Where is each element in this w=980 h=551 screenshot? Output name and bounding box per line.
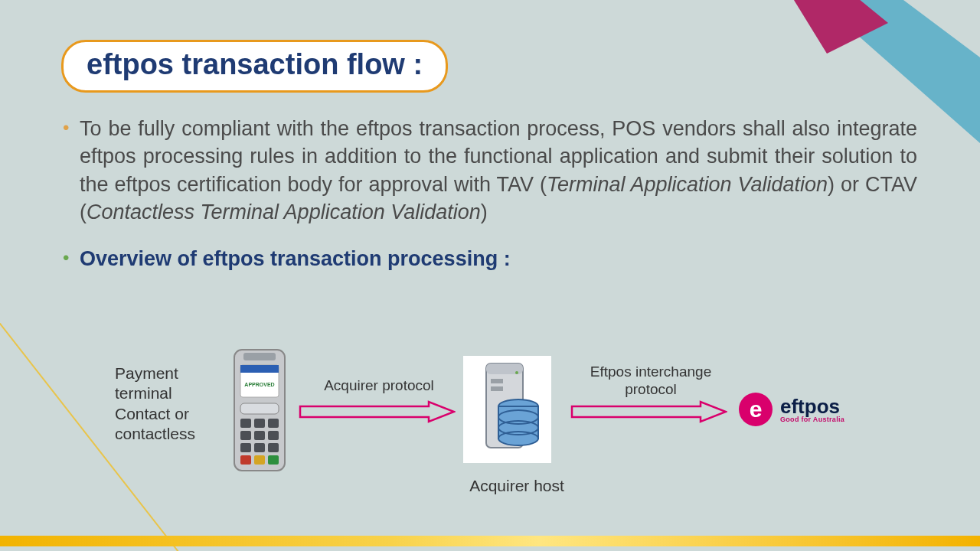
bullet-1-ital2: Contactless Terminal Application Validat… (87, 201, 481, 223)
svg-rect-16 (268, 443, 279, 452)
svg-rect-13 (268, 431, 279, 440)
subheading: Overview of eftpos transaction processin… (80, 247, 511, 270)
bullet-dot-icon: • (63, 115, 80, 227)
arrow-icon (570, 400, 727, 423)
arrow-label-2: Eftpos interchange protocol (574, 364, 727, 399)
svg-marker-20 (300, 402, 454, 422)
server-icon (463, 356, 551, 463)
svg-rect-3 (243, 353, 276, 360)
slide-title: eftpos transaction flow : (87, 48, 423, 80)
flow-diagram: Payment terminal Contact or contactless … (0, 348, 980, 517)
svg-rect-17 (240, 455, 251, 465)
bullet-1-post: ) (481, 201, 488, 223)
svg-marker-32 (572, 402, 726, 422)
arrow-label-1: Acquirer protocol (310, 377, 448, 394)
svg-rect-25 (491, 386, 503, 391)
payment-terminal-icon: APPROVED (230, 348, 289, 474)
terminal-label: Payment terminal Contact or contactless (115, 364, 230, 444)
svg-marker-1 (766, 0, 888, 54)
svg-rect-19 (268, 455, 279, 465)
content-area: • To be fully compliant with the eftpos … (63, 115, 917, 291)
svg-point-29 (498, 432, 538, 445)
eftpos-logo-tag: Good for Australia (780, 416, 844, 423)
bullet-1: • To be fully compliant with the eftpos … (63, 115, 917, 227)
eftpos-logo-icon: e (739, 393, 773, 426)
svg-rect-11 (240, 431, 251, 440)
svg-rect-5 (240, 365, 279, 373)
bullet-dot-icon: • (63, 245, 80, 272)
eftpos-logo: e eftpos Good for Australia (739, 393, 844, 426)
svg-rect-15 (254, 443, 265, 452)
eftpos-logo-word: eftpos (780, 396, 844, 416)
svg-rect-10 (268, 419, 279, 428)
bullet-1-ital1: Terminal Application Validation (547, 173, 828, 196)
svg-rect-14 (240, 443, 251, 452)
eftpos-logo-text: eftpos Good for Australia (780, 396, 844, 423)
acquirer-host-label: Acquirer host (456, 477, 578, 495)
svg-rect-9 (254, 419, 265, 428)
svg-point-26 (515, 371, 518, 374)
svg-rect-18 (254, 455, 265, 465)
arrow-icon (299, 400, 456, 423)
bullet-2: • Overview of eftpos transaction process… (63, 245, 917, 272)
svg-rect-8 (240, 419, 251, 428)
slide-title-box: eftpos transaction flow : (61, 40, 448, 93)
svg-rect-12 (254, 431, 265, 440)
svg-text:APPROVED: APPROVED (244, 382, 274, 387)
bullet-2-text: Overview of eftpos transaction processin… (80, 245, 917, 272)
bullet-1-text: To be fully compliant with the eftpos tr… (80, 115, 917, 227)
svg-rect-24 (491, 379, 503, 383)
bottom-accent-bar (0, 536, 980, 546)
svg-rect-7 (240, 403, 279, 414)
